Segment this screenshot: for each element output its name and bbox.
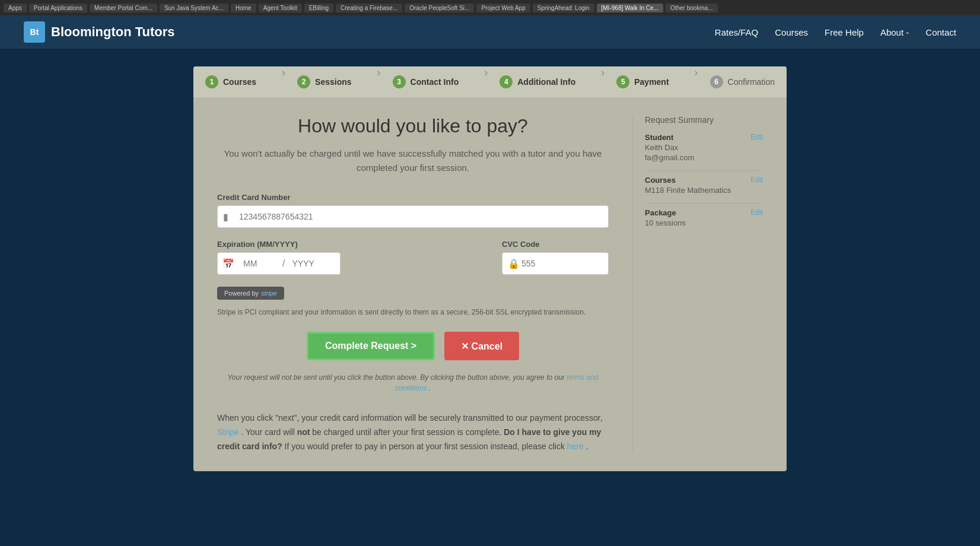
- brand-name: Bloomington Tutors: [51, 24, 175, 40]
- summary-package-row: Package Edit: [645, 208, 763, 217]
- summary-student-section: Student Edit Keith Dax fa@gmail.com: [645, 133, 763, 162]
- credit-card-wrapper: ▮: [217, 205, 609, 228]
- wizard-body: How would you like to pay? You won't act…: [193, 97, 787, 471]
- step-6-number: 6: [710, 75, 723, 88]
- expiry-cvc-row: Expiration (MM/YYYY) 📅 / CVC Code 🔒: [217, 240, 609, 275]
- browser-tab[interactable]: Project Web App: [476, 4, 530, 12]
- wizard-container: 1 Courses › 2 Sessions › 3 Contact Info …: [193, 66, 787, 471]
- summary-package-edit[interactable]: Edit: [750, 208, 763, 217]
- step-3-label: Contact Info: [411, 77, 459, 87]
- credit-card-label: Credit Card Number: [217, 193, 609, 202]
- here-link[interactable]: here: [567, 442, 584, 451]
- stripe-badge: Powered by stripe: [217, 287, 284, 300]
- credit-card-input[interactable]: [217, 205, 609, 228]
- credit-card-icon: ▮: [223, 211, 228, 223]
- browser-tab-active[interactable]: [MI-968] Walk In Ce...: [597, 4, 663, 12]
- step-4-number: 4: [499, 75, 513, 88]
- step-1-number: 1: [205, 75, 218, 88]
- navbar-links: Rates/FAQ Courses Free Help About - Cont…: [715, 27, 956, 37]
- step-5-label: Payment: [634, 77, 669, 87]
- summary-package-section: Package Edit 10 sessions: [645, 208, 763, 227]
- cvc-group: CVC Code 🔒: [502, 240, 609, 275]
- summary-sidebar: Request Summary Student Edit Keith Dax f…: [632, 115, 763, 453]
- step-sessions[interactable]: 2 Sessions: [285, 66, 363, 97]
- disclaimer-text: Your request will not be sent until you …: [227, 373, 567, 382]
- calendar-icon: 📅: [217, 252, 238, 275]
- expiry-slash: /: [280, 252, 287, 275]
- summary-title: Request Summary: [645, 115, 763, 125]
- bottom-text-3: be charged until after your first sessio…: [312, 427, 501, 437]
- step-2-label: Sessions: [315, 77, 351, 87]
- bottom-text-2: . Your card will: [241, 427, 294, 437]
- step-payment[interactable]: 5 Payment: [604, 66, 680, 97]
- expiry-label: Expiration (MM/YYYY): [217, 240, 490, 249]
- stripe-powered-text: Powered by: [224, 290, 259, 297]
- page-title: How would you like to pay?: [217, 115, 609, 137]
- summary-student-row: Student Edit: [645, 133, 763, 142]
- summary-courses-section: Courses Edit M118 Finite Mathematics: [645, 176, 763, 195]
- nav-courses[interactable]: Courses: [775, 27, 808, 37]
- not-bold: not: [297, 427, 310, 437]
- navbar-brand: Bt Bloomington Tutors: [24, 21, 175, 43]
- stripe-name: stripe: [261, 290, 277, 297]
- step-confirmation[interactable]: 6 Confirmation: [698, 66, 787, 97]
- lock-icon: 🔒: [508, 258, 520, 269]
- summary-courses-row: Courses Edit: [645, 176, 763, 185]
- step-1-label: Courses: [223, 77, 256, 87]
- browser-tab[interactable]: Agent Toolkit: [259, 4, 302, 12]
- step-6-label: Confirmation: [728, 77, 775, 87]
- summary-student-email: fa@gmail.com: [645, 153, 763, 162]
- step-contact-info[interactable]: 3 Contact Info: [381, 66, 471, 97]
- browser-tab[interactable]: Sun Java System Ac...: [160, 4, 228, 12]
- step-5-number: 5: [616, 75, 629, 88]
- bottom-text-5: .: [586, 442, 588, 451]
- nav-free-help[interactable]: Free Help: [825, 27, 864, 37]
- cancel-button[interactable]: ✕ Cancel: [444, 332, 519, 360]
- brand-icon: Bt: [24, 21, 45, 43]
- step-additional-info[interactable]: 4 Additional Info: [488, 66, 587, 97]
- bottom-info: When you click "next", your credit card …: [217, 411, 609, 453]
- navbar: Bt Bloomington Tutors Rates/FAQ Courses …: [0, 15, 980, 49]
- main-content: 1 Courses › 2 Sessions › 3 Contact Info …: [0, 49, 980, 546]
- nav-rates-faq[interactable]: Rates/FAQ: [715, 27, 758, 37]
- cvc-input-wrapper: 🔒: [502, 252, 609, 275]
- stripe-info: Stripe is PCI compliant and your informa…: [217, 307, 609, 318]
- expiry-yyyy-input[interactable]: [287, 252, 341, 275]
- browser-tab[interactable]: EBilling: [304, 4, 333, 12]
- buttons-row: Complete Request > ✕ Cancel: [217, 332, 609, 360]
- bottom-text-1: When you click "next", your credit card …: [217, 413, 603, 423]
- nav-contact[interactable]: Contact: [925, 27, 956, 37]
- browser-bar: Apps Portal Applications Member Portal C…: [0, 0, 980, 15]
- disclaimer: Your request will not be sent until you …: [217, 372, 609, 393]
- page-subtitle: You won't actually be charged until we h…: [217, 147, 609, 175]
- summary-courses-value: M118 Finite Mathematics: [645, 186, 763, 195]
- divider-1: [645, 170, 763, 171]
- complete-request-button[interactable]: Complete Request >: [307, 332, 435, 360]
- divider-2: [645, 203, 763, 204]
- summary-package-value: 10 sessions: [645, 218, 763, 227]
- summary-student-label: Student: [645, 133, 673, 142]
- form-section: How would you like to pay? You won't act…: [217, 115, 632, 453]
- browser-tab[interactable]: Member Portal Com...: [90, 4, 157, 12]
- cvc-label: CVC Code: [502, 240, 609, 249]
- summary-courses-label: Courses: [645, 176, 676, 185]
- step-4-label: Additional Info: [517, 77, 575, 87]
- summary-courses-edit[interactable]: Edit: [750, 176, 763, 184]
- bottom-text-4: If you would prefer to pay in person at …: [285, 442, 565, 451]
- summary-package-label: Package: [645, 208, 676, 217]
- browser-tab[interactable]: Home: [231, 4, 256, 12]
- browser-tab[interactable]: Portal Applications: [29, 4, 87, 12]
- browser-tab[interactable]: SpringAhead: Login: [533, 4, 594, 12]
- browser-tab[interactable]: Oracle PeopleSoft Si...: [405, 4, 474, 12]
- nav-about[interactable]: About -: [880, 27, 909, 37]
- expiry-group: Expiration (MM/YYYY) 📅 /: [217, 240, 490, 275]
- browser-tab[interactable]: Other bookma...: [666, 4, 718, 12]
- summary-student-edit[interactable]: Edit: [750, 133, 763, 141]
- browser-tab[interactable]: Creating a Firebase...: [336, 4, 402, 12]
- progress-steps: 1 Courses › 2 Sessions › 3 Contact Info …: [193, 66, 787, 97]
- step-courses[interactable]: 1 Courses: [193, 66, 268, 97]
- expiry-inputs: 📅 /: [217, 252, 490, 275]
- expiry-mm-input[interactable]: [238, 252, 280, 275]
- browser-tab[interactable]: Apps: [4, 4, 27, 12]
- stripe-link[interactable]: Stripe: [217, 427, 239, 437]
